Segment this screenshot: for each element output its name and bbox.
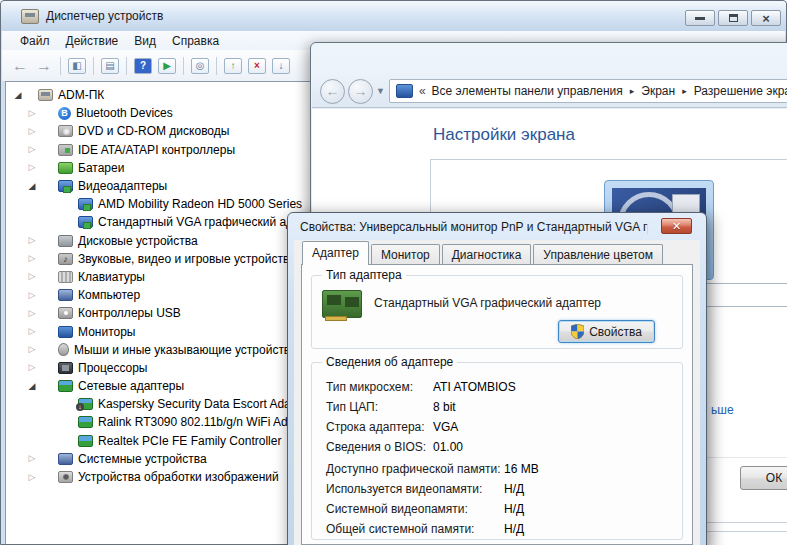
help-button[interactable]: ? — [131, 55, 155, 77]
expand-icon[interactable]: ▷ — [24, 236, 40, 245]
breadcrumb-item-screen-resolution[interactable]: Разрешение экрана — [694, 84, 787, 98]
menu-file[interactable]: Файл — [12, 34, 58, 48]
breadcrumb-overflow-icon[interactable]: « — [419, 84, 426, 98]
battery-icon — [58, 162, 73, 174]
update-driver-button[interactable]: ↑ — [221, 55, 245, 77]
expand-icon[interactable]: ▷ — [24, 109, 40, 118]
tree-item-label: Процессоры — [78, 361, 148, 375]
breadcrumb-separator-icon[interactable]: ▸ — [630, 86, 635, 96]
minimize-icon — [695, 17, 705, 20]
info-label: Системной видеопамяти: — [326, 502, 504, 516]
uac-shield-icon — [571, 324, 584, 339]
close-button[interactable]: × — [751, 10, 781, 26]
make-text-larger-link[interactable]: ьше — [711, 403, 734, 417]
collapse-icon[interactable]: ◢ — [10, 91, 26, 100]
network-down-icon — [78, 398, 93, 410]
ok-button-label: ОК — [766, 471, 782, 485]
tab-page-adapter: Тип адаптера Стандартный VGA графический… — [301, 264, 693, 545]
breadcrumb-separator-icon[interactable]: ▸ — [682, 86, 687, 96]
forward-icon: → — [354, 83, 368, 99]
tree-item-label: Ralink RT3090 802.11b/g/n WiFi Adapter — [98, 415, 315, 429]
expand-icon[interactable]: ▷ — [24, 454, 40, 463]
forward-icon: → — [36, 58, 52, 74]
menu-view[interactable]: Вид — [126, 34, 164, 48]
expand-icon[interactable]: ▷ — [24, 345, 40, 354]
scan-hardware-changes-icon: ◎ — [191, 58, 209, 74]
back-button[interactable]: ← — [320, 79, 345, 104]
properties-button[interactable]: Свойства — [558, 320, 655, 343]
close-icon: × — [762, 12, 770, 25]
show-console-tree-button[interactable]: ◧ — [65, 55, 89, 77]
maximize-icon — [729, 14, 738, 22]
collapse-icon[interactable]: ◢ — [24, 382, 40, 391]
info-row: Системной видеопамяти:Н/Д — [326, 499, 674, 519]
tab-adapter[interactable]: Адаптер — [302, 241, 369, 265]
back-button[interactable]: ← — [8, 55, 32, 77]
info-value: VGA — [433, 420, 458, 434]
tree-item-label: Звуковые, видео и игровые устройства — [78, 252, 296, 266]
adapter-type-group: Тип адаптера Стандартный VGA графический… — [311, 275, 683, 349]
disable-device-button[interactable]: ↓ — [269, 55, 293, 77]
expand-icon[interactable]: ▷ — [24, 127, 40, 136]
forward-button[interactable]: → — [348, 79, 373, 104]
window-title: Диспетчер устройств — [46, 9, 163, 23]
info-label: Строка адаптера: — [326, 420, 433, 434]
show-action-pane-icon: ▶ — [158, 58, 176, 74]
tab-diagnostics[interactable]: Диагностика — [442, 244, 532, 264]
info-value: ATI ATOMBIOS — [433, 380, 516, 394]
system-devices-icon — [58, 453, 73, 465]
expand-icon[interactable]: ▷ — [24, 145, 40, 154]
tab-color-management[interactable]: Управление цветом — [533, 244, 663, 264]
expand-icon[interactable]: ▷ — [24, 163, 40, 172]
expand-icon[interactable]: ▷ — [24, 254, 40, 263]
minimize-button[interactable] — [685, 10, 715, 26]
info-row: Сведения о BIOS:01.00 — [326, 437, 674, 457]
expand-icon[interactable]: ▷ — [24, 363, 40, 372]
scan-hardware-changes-button[interactable]: ◎ — [188, 55, 212, 77]
device-manager-icon[interactable] — [21, 9, 39, 24]
menu-help[interactable]: Справка — [164, 34, 227, 48]
video-adapter-icon — [78, 198, 93, 210]
breadcrumb-item-display[interactable]: Экран — [641, 84, 675, 98]
uninstall-device-button[interactable]: × — [245, 55, 269, 77]
tree-item-label: Дисковые устройства — [78, 234, 198, 248]
info-label: Сведения о BIOS: — [326, 440, 433, 454]
address-bar[interactable]: « Все элементы панели управления ▸ Экран… — [389, 79, 787, 103]
properties-button[interactable]: ▤ — [98, 55, 122, 77]
network-icon — [78, 416, 93, 428]
mouse-icon — [58, 343, 69, 356]
tree-item-label: Kaspersky Security Data Escort Adapter — [98, 397, 311, 411]
dialog-close-button[interactable]: ✕ — [661, 218, 692, 234]
history-chevron-icon[interactable]: ▼ — [376, 86, 385, 96]
disk-drive-icon — [58, 235, 73, 247]
expand-icon[interactable]: ▷ — [24, 309, 40, 318]
show-console-tree-icon: ◧ — [68, 58, 86, 74]
forward-button[interactable]: → — [32, 55, 56, 77]
tree-item-label: Батареи — [78, 161, 124, 175]
ok-button[interactable]: ОК — [740, 466, 787, 490]
dm-title-bar: Диспетчер устройств × — [1, 1, 786, 31]
info-label: Тип микросхем: — [326, 380, 433, 394]
tree-item-label: Клавиатуры — [78, 270, 145, 284]
maximize-button[interactable] — [718, 10, 748, 26]
dialog-client-area: Адаптер Монитор Диагностика Управление ц… — [294, 240, 700, 545]
collapse-icon[interactable]: ◢ — [24, 182, 40, 191]
expand-icon[interactable]: ▷ — [24, 327, 40, 336]
expand-icon[interactable]: ▷ — [24, 291, 40, 300]
tree-item-label: Мониторы — [78, 325, 135, 339]
breadcrumb-item-control-panel[interactable]: Все элементы панели управления — [432, 84, 623, 98]
back-icon: ← — [326, 83, 340, 99]
info-value: 8 bit — [433, 400, 456, 414]
toolbar-separator — [60, 57, 61, 75]
toolbar-separator — [126, 57, 127, 75]
expand-icon[interactable]: ▷ — [24, 473, 40, 482]
expand-icon[interactable]: ▷ — [24, 272, 40, 281]
menu-action[interactable]: Действие — [58, 34, 127, 48]
tab-monitor[interactable]: Монитор — [371, 244, 440, 264]
display-icon — [396, 84, 413, 98]
processor-icon — [58, 362, 73, 374]
tree-item-label: Компьютер — [78, 288, 140, 302]
audio-icon — [58, 253, 73, 265]
help-icon: ? — [134, 58, 152, 74]
show-action-pane-button[interactable]: ▶ — [155, 55, 179, 77]
